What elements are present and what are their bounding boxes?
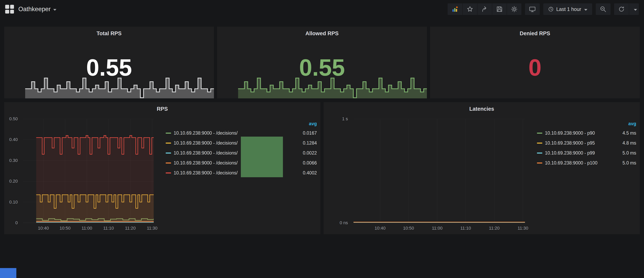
x-tick-label: 10:40 — [375, 226, 386, 231]
legend-series-color-dash — [166, 172, 171, 173]
total-rps-sparkline — [4, 75, 214, 98]
settings-button[interactable] — [507, 3, 522, 15]
latencies-plot-area[interactable] — [354, 119, 525, 223]
allowed-rps-sparkline — [217, 75, 427, 98]
legend-series-label: 10.10.69.238:9000 - /decisions/ — [174, 130, 238, 136]
y-tick-label: 0 — [4, 220, 18, 226]
x-tick-label: 11:30 — [518, 226, 528, 231]
x-tick-label: 11:10 — [103, 226, 114, 231]
time-range-picker[interactable]: Last 1 hour — [543, 3, 592, 15]
corner-blue-badge[interactable] — [0, 268, 16, 278]
legend-series-value: 0.0066 — [303, 160, 317, 166]
share-button[interactable] — [477, 3, 492, 15]
legend-row[interactable]: 10.10.69.238:9000 - p995.0 ms — [537, 148, 636, 158]
legend-series-value: 0.4002 — [303, 170, 317, 176]
legend-series-label: 10.10.69.238:9000 - p100 — [545, 160, 597, 166]
y-tick-label: 1 s — [324, 116, 348, 121]
grid-square — [10, 10, 14, 14]
dashboards-grid-icon[interactable] — [5, 5, 14, 13]
panel-latencies-graph: Latencies 1 s0 ns 10:4010:5011:0011:1011… — [324, 102, 640, 234]
panel-title[interactable]: RPS — [4, 102, 320, 112]
save-icon — [496, 6, 503, 12]
star-button[interactable] — [462, 3, 477, 15]
x-tick-label: 11:00 — [82, 226, 92, 231]
magnifier-minus-icon — [600, 6, 606, 12]
rps-plot-area[interactable] — [23, 119, 154, 223]
navbar-right: Last 1 hour — [448, 3, 639, 15]
grid-square — [5, 10, 9, 14]
star-icon — [467, 6, 473, 12]
latencies-legend: avg10.10.69.238:9000 - p904.5 ms10.10.69… — [537, 119, 636, 168]
x-tick-label: 10:40 — [38, 226, 49, 231]
x-tick-label: 11:20 — [125, 226, 136, 231]
legend-series-label: 10.10.69.238:9000 - p99 — [545, 150, 595, 156]
share-icon — [482, 6, 488, 12]
gear-icon — [511, 6, 518, 12]
legend-series-color-dash — [166, 163, 171, 164]
legend-series-value: 5.0 ms — [622, 160, 636, 166]
y-tick-label: 0.10 — [4, 200, 18, 205]
refresh-icon — [618, 6, 625, 12]
legend-series-value: 0.1284 — [303, 140, 317, 146]
grid-square — [5, 5, 9, 9]
legend-series-color-dash — [537, 153, 542, 154]
x-tick-label: 10:50 — [60, 226, 70, 231]
dashboard-title-dropdown[interactable]: Oathkeeper — [18, 5, 56, 13]
dashboard-actions-group — [448, 3, 522, 15]
x-tick-label: 10:50 — [403, 226, 414, 231]
legend-series-label: 10.10.69.238:9000 - /decisions/ — [174, 150, 238, 156]
stat-value: 0 — [430, 56, 640, 79]
legend-series-color-dash — [537, 143, 542, 144]
clock-icon — [548, 6, 554, 12]
legend-series-label: 10.10.69.238:9000 - p90 — [545, 130, 595, 136]
x-tick-label: 11:20 — [489, 226, 500, 231]
x-tick-label: 11:00 — [432, 226, 442, 231]
y-tick-label: 0.40 — [4, 137, 18, 142]
add-panel-button[interactable] — [448, 3, 462, 15]
chevron-down-icon — [584, 9, 588, 11]
panel-total-rps: Total RPS 0.55 — [4, 27, 214, 98]
dashboard-title: Oathkeeper — [18, 5, 51, 13]
panel-title[interactable]: Total RPS — [4, 27, 214, 37]
view-mode-group — [525, 3, 540, 15]
panel-allowed-rps: Allowed RPS 0.55 — [217, 27, 427, 98]
panel-title[interactable]: Allowed RPS — [217, 27, 427, 37]
rps-chart[interactable] — [23, 119, 154, 223]
latencies-y-axis: 1 s0 ns — [324, 119, 351, 223]
refresh-button[interactable] — [614, 3, 629, 15]
legend-series-value: 5.0 ms — [622, 150, 636, 156]
legend-series-label: 10.10.69.238:9000 - /decisions/ — [174, 170, 238, 176]
panel-rps-graph: RPS 0.500.400.300.200.100 10:4010:5011:0… — [4, 102, 320, 234]
rps-y-axis: 0.500.400.300.200.100 — [4, 119, 20, 223]
legend-avg-header: avg — [537, 119, 636, 128]
legend-row[interactable]: 10.10.69.238:9000 - p954.8 ms — [537, 138, 636, 148]
legend-series-value: 4.5 ms — [622, 130, 636, 136]
chevron-down-icon — [634, 9, 637, 11]
cycle-view-button[interactable] — [525, 3, 540, 15]
legend-series-color-dash — [537, 133, 542, 134]
y-tick-label: 0 ns — [324, 220, 348, 226]
add-panel-icon — [452, 6, 458, 12]
legend-series-color-dash — [166, 153, 171, 154]
legend-avg-header: avg — [166, 119, 317, 128]
legend-row[interactable]: 10.10.69.238:9000 - p904.5 ms — [537, 128, 636, 138]
y-tick-label: 0.30 — [4, 158, 18, 163]
legend-series-color-dash — [166, 133, 171, 134]
chevron-down-icon — [53, 9, 56, 11]
legend-row[interactable]: 10.10.69.238:9000 - p1005.0 ms — [537, 158, 636, 168]
refresh-interval-dropdown[interactable] — [629, 3, 639, 15]
latencies-x-axis: 10:4010:5011:0011:1011:2011:30 — [354, 225, 525, 231]
navbar: Oathkeeper — [0, 0, 644, 18]
legend-series-value: 4.8 ms — [622, 140, 636, 146]
panel-title[interactable]: Denied RPS — [430, 27, 640, 37]
legend-series-color-dash — [166, 143, 171, 144]
rps-x-axis: 10:4010:5011:0011:1011:2011:30 — [23, 225, 154, 231]
save-button[interactable] — [492, 3, 507, 15]
time-range-label: Last 1 hour — [556, 6, 581, 12]
zoom-out-button[interactable] — [596, 3, 610, 15]
panel-title[interactable]: Latencies — [324, 102, 640, 112]
legend-series-label: 10.10.69.238:9000 - /decisions/ — [174, 140, 238, 146]
monitor-icon — [529, 6, 536, 12]
zoom-group — [596, 3, 610, 15]
latencies-chart[interactable] — [354, 119, 525, 223]
